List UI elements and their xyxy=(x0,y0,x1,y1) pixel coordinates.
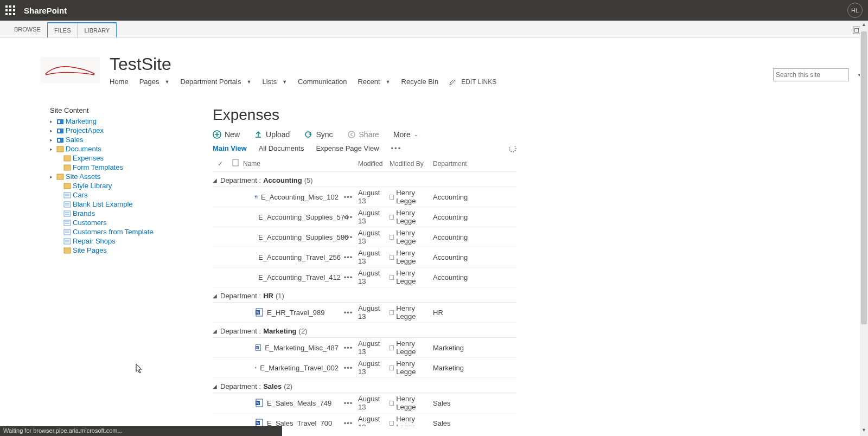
tree-node-form-templates[interactable]: Form Templates xyxy=(50,163,191,172)
modified-column-header[interactable]: Modified xyxy=(358,160,390,168)
tree-node-customers[interactable]: Customers xyxy=(50,218,191,227)
item-menu-icon[interactable]: ••• xyxy=(344,344,353,352)
tree-link[interactable]: Style Library xyxy=(73,182,112,190)
item-modified-by[interactable]: Henry Legge xyxy=(390,249,433,265)
tree-link[interactable]: Customers xyxy=(73,219,107,227)
modified-by-column-header[interactable]: Modified By xyxy=(390,160,433,168)
name-column-header[interactable]: Name xyxy=(243,160,339,168)
view-all-documents[interactable]: All Documents xyxy=(259,144,304,152)
list-item[interactable]: WE_Accounting_Supplies_574•••August 13He… xyxy=(213,207,516,227)
item-name[interactable]: E_Accounting_Travel_256 xyxy=(258,253,341,261)
tree-node-cars[interactable]: Cars xyxy=(50,190,191,200)
tree-node-brands[interactable]: Brands xyxy=(50,209,191,218)
tree-node-expenses[interactable]: Expenses xyxy=(50,153,191,163)
tree-link[interactable]: Form Templates xyxy=(73,163,123,171)
item-name[interactable]: E_Accounting_Supplies_586 xyxy=(258,233,348,241)
scroll-down-arrow-icon[interactable]: ▼ xyxy=(860,427,868,435)
tree-node-marketing[interactable]: ▸ Marketing xyxy=(50,117,191,126)
app-launcher-icon[interactable] xyxy=(5,5,15,15)
tab-files[interactable]: FILES xyxy=(48,23,78,37)
group-header[interactable]: ◢Department : HR (1) xyxy=(213,287,516,303)
tree-node-repair-shops[interactable]: Repair Shops xyxy=(50,236,191,246)
tree-node-projectapex[interactable]: ▸ ProjectApex xyxy=(50,126,191,135)
item-modified-by[interactable]: Henry Legge xyxy=(390,395,433,411)
expander-icon[interactable]: ▸ xyxy=(50,119,55,124)
tree-node-site-assets[interactable]: ▸ Site Assets xyxy=(50,172,191,181)
tree-link[interactable]: ProjectApex xyxy=(66,126,104,134)
tree-link[interactable]: Marketing xyxy=(66,117,97,125)
site-logo[interactable] xyxy=(40,57,100,83)
item-modified-by[interactable]: Henry Legge xyxy=(390,229,433,245)
item-menu-icon[interactable]: ••• xyxy=(344,419,353,427)
group-header[interactable]: ◢Department : Accounting (5) xyxy=(213,172,516,187)
view-expense-page[interactable]: Expense Page View xyxy=(316,144,379,152)
view-main[interactable]: Main View xyxy=(213,144,247,152)
item-menu-icon[interactable]: ••• xyxy=(344,253,353,261)
nav-department-portals[interactable]: Department Portals ▼ xyxy=(180,78,251,86)
share-button[interactable]: Share xyxy=(347,130,379,139)
tree-link[interactable]: Site Assets xyxy=(66,172,100,181)
item-menu-icon[interactable]: ••• xyxy=(344,213,353,221)
list-item[interactable]: WE_Sales_Meals_749•••August 13Henry Legg… xyxy=(213,393,516,413)
item-modified-by[interactable]: Henry Legge xyxy=(390,415,433,426)
item-modified-by[interactable]: Henry Legge xyxy=(390,339,433,356)
expander-icon[interactable]: ▸ xyxy=(50,128,55,133)
list-item[interactable]: WE_Accounting_Travel_412•••August 13Henr… xyxy=(213,267,516,287)
scrollbar-thumb[interactable] xyxy=(861,31,867,324)
vertical-scrollbar[interactable]: ▲ ▼ xyxy=(860,21,868,436)
search-input[interactable] xyxy=(776,71,857,79)
item-menu-icon[interactable]: ••• xyxy=(344,399,353,407)
item-name[interactable]: E_HR_Travel_989 xyxy=(267,309,324,317)
tree-node-documents[interactable]: ▸ Documents xyxy=(50,144,191,153)
collapse-icon[interactable]: ◢ xyxy=(213,328,218,334)
tree-node-site-pages[interactable]: Site Pages xyxy=(50,246,191,255)
list-item[interactable]: WE_Accounting_Travel_256•••August 13Henr… xyxy=(213,247,516,267)
nav-recent[interactable]: Recent ▼ xyxy=(358,78,390,86)
search-box[interactable]: ▼ xyxy=(773,68,849,81)
group-header[interactable]: ◢Department : Marketing (2) xyxy=(213,323,516,338)
list-item[interactable]: WE_Accounting_Misc_102•••August 13Henry … xyxy=(213,187,516,207)
focus-content-icon[interactable] xyxy=(853,27,860,34)
item-menu-icon[interactable]: ••• xyxy=(344,364,353,372)
tree-node-style-library[interactable]: Style Library xyxy=(50,181,191,190)
group-header[interactable]: ◢Department : Sales (2) xyxy=(213,378,516,393)
item-name[interactable]: E_Accounting_Supplies_574 xyxy=(258,213,348,221)
expander-icon[interactable]: ▸ xyxy=(50,146,55,152)
tree-link[interactable]: Site Pages xyxy=(73,246,107,254)
collapse-icon[interactable]: ◢ xyxy=(213,177,218,183)
tree-link[interactable]: Repair Shops xyxy=(73,237,116,245)
tree-link[interactable]: Documents xyxy=(66,145,101,153)
item-name[interactable]: E_Accounting_Misc_102 xyxy=(261,193,339,201)
scroll-up-arrow-icon[interactable]: ▲ xyxy=(860,22,868,29)
nav-pages[interactable]: Pages ▼ xyxy=(139,78,170,86)
list-item[interactable]: WE_HR_Travel_989•••August 13Henry LeggeH… xyxy=(213,303,516,323)
tab-library[interactable]: LIBRARY xyxy=(78,23,116,37)
tree-link[interactable]: Brands xyxy=(73,209,95,217)
nav-lists[interactable]: Lists ▼ xyxy=(262,78,287,86)
item-menu-icon[interactable]: ••• xyxy=(344,193,353,201)
item-name[interactable]: E_Accounting_Travel_412 xyxy=(258,273,341,281)
item-menu-icon[interactable]: ••• xyxy=(344,233,353,241)
user-avatar[interactable]: HL xyxy=(847,3,863,18)
tree-node-blank-list[interactable]: Blank List Example xyxy=(50,200,191,209)
item-name[interactable]: E_Sales_Travel_700 xyxy=(267,419,332,427)
item-name[interactable]: E_Marketing_Misc_487 xyxy=(265,344,339,352)
tree-link[interactable]: Cars xyxy=(73,191,87,199)
suite-title[interactable]: SharePoint xyxy=(24,6,67,15)
item-modified-by[interactable]: Henry Legge xyxy=(390,269,433,285)
list-item[interactable]: WE_Marketing_Travel_002•••August 13Henry… xyxy=(213,358,516,378)
view-more-menu[interactable]: ••• xyxy=(391,144,402,152)
list-item[interactable]: WE_Accounting_Supplies_586•••August 13He… xyxy=(213,227,516,247)
tree-node-customers-template[interactable]: Customers from Template xyxy=(50,227,191,236)
expander-icon[interactable]: ▸ xyxy=(50,174,55,179)
tree-link[interactable]: Sales xyxy=(66,136,84,144)
edit-links-button[interactable]: EDIT LINKS xyxy=(449,78,496,86)
item-name[interactable]: E_Marketing_Travel_002 xyxy=(260,364,339,372)
type-column-header[interactable] xyxy=(228,159,243,168)
item-menu-icon[interactable]: ••• xyxy=(344,273,353,281)
item-menu-icon[interactable]: ••• xyxy=(344,309,353,317)
tree-link[interactable]: Customers from Template xyxy=(73,228,154,236)
list-item[interactable]: WE_Marketing_Misc_487•••August 13Henry L… xyxy=(213,338,516,358)
item-modified-by[interactable]: Henry Legge xyxy=(390,189,433,205)
collapse-icon[interactable]: ◢ xyxy=(213,383,218,389)
